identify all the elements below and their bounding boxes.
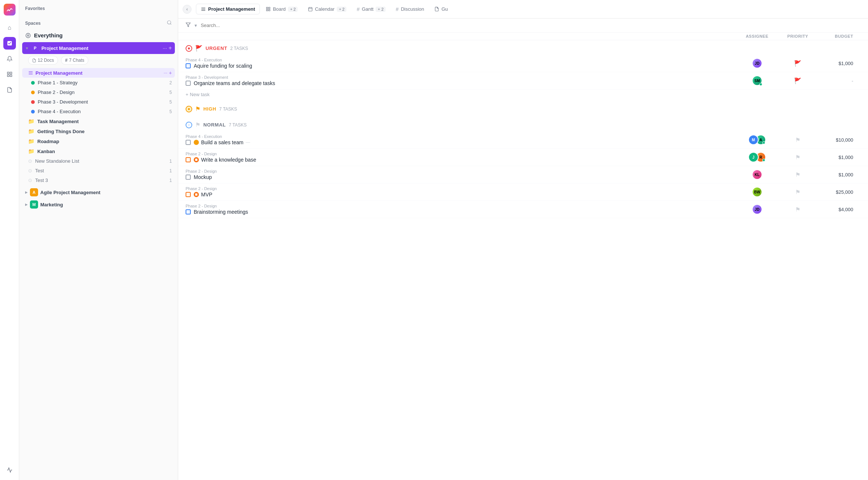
task-phase-mockup: Phase 2 - Design [186, 169, 735, 173]
kanban-folder[interactable]: 📁 Kanban [22, 146, 175, 156]
table-row[interactable]: Phase 3 - Development Organize teams and… [178, 72, 868, 89]
marketing-space[interactable]: ▶ M Marketing [22, 199, 175, 210]
home-nav-icon[interactable]: ⌂ [3, 21, 16, 34]
table-row[interactable]: Phase 4 - Execution Aquire funding for s… [178, 55, 868, 72]
agile-letter: A [33, 190, 35, 195]
tab-board[interactable]: Board 2 [261, 4, 302, 14]
standalone-list-3[interactable]: ⊙ Test 3 1 [22, 176, 175, 185]
normal-group: ⚑ NORMAL 7 TASKS Phase 4 - Execution Bui… [178, 117, 868, 218]
app-logo[interactable] [4, 4, 16, 16]
pm-add-icon[interactable]: + [169, 45, 172, 51]
high-flag-icon: ⚑ [195, 105, 200, 112]
folder-icon-1: 📁 [28, 118, 34, 124]
tab-list[interactable]: Project Management [196, 4, 260, 14]
new-task-plus: + [186, 92, 189, 97]
search-input[interactable] [201, 23, 861, 28]
roadmap-folder[interactable]: 📁 Roadmap [22, 136, 175, 146]
urgent-title: URGENT [206, 45, 227, 51]
high-group-header[interactable]: ⚑ HIGH 7 TASKS [178, 101, 868, 115]
agile-space[interactable]: ▶ A Agile Project Management [22, 186, 175, 198]
spaces-label: Spaces [25, 21, 41, 26]
task-phase-aquire: Phase 4 - Execution [186, 58, 735, 62]
urgent-collapse-icon[interactable] [186, 45, 192, 52]
phase3-name: Phase 3 - Development [38, 99, 166, 105]
high-collapse-icon[interactable] [186, 106, 192, 112]
urgent-group-header[interactable]: 🚩 URGENT 2 TASKS [178, 40, 868, 55]
collapse-sidebar-button[interactable]: ‹ [183, 5, 191, 14]
project-management-list[interactable]: Project Management ··· + [22, 68, 175, 78]
everything-label: Everything [34, 32, 63, 38]
agile-collapse[interactable]: ▶ [25, 190, 28, 194]
task-checkbox-sales[interactable] [186, 140, 191, 145]
chats-hash-icon: # [65, 58, 68, 63]
phase1-list-item[interactable]: Phase 1 - Strategy 2 [22, 78, 175, 87]
svg-rect-1 [7, 72, 9, 74]
standalone-icon-1: ⊙ [28, 158, 32, 164]
pm-list-add[interactable]: + [169, 70, 172, 76]
phase1-name: Phase 1 - Strategy [38, 80, 166, 85]
task-checkbox-mockup[interactable] [186, 175, 191, 180]
everything-item[interactable]: Everything [22, 30, 175, 41]
table-row[interactable]: Phase 2 - Design Write a knowledge base [178, 149, 868, 166]
svg-rect-12 [309, 7, 312, 11]
assignee-aquire: JD [735, 58, 779, 68]
normal-group-header[interactable]: ⚑ NORMAL 7 TASKS [178, 117, 868, 131]
getting-things-done-folder[interactable]: 📁 Getting Things Done [22, 126, 175, 136]
avatar-stack-sales: M A [748, 135, 766, 145]
phase2-name: Phase 2 - Design [38, 89, 166, 95]
task-checkbox-mvp[interactable] [186, 192, 191, 197]
spaces-search-icon[interactable] [167, 20, 172, 26]
tasks-nav-icon[interactable] [3, 37, 16, 50]
standalone-count-1: 1 [169, 159, 172, 164]
phase3-dot [31, 100, 35, 104]
tab-discussion[interactable]: # Discussion [391, 4, 429, 14]
task-checkbox-kb[interactable] [186, 157, 191, 162]
phase4-list-item[interactable]: Phase 4 - Execution 5 [22, 107, 175, 116]
chats-pill[interactable]: # 7 Chats [61, 56, 88, 65]
filter-dropdown-arrow[interactable]: ▼ [194, 23, 198, 28]
table-row[interactable]: Phase 2 - Design Brainstorming meetings … [178, 201, 868, 218]
standalone-list-2[interactable]: ⊙ Test 1 [22, 166, 175, 175]
marketing-collapse[interactable]: ▶ [25, 203, 28, 206]
task-name-row-brainstorm: Brainstorming meetings [186, 209, 735, 215]
task-name-row-sales: Build a sales team — [186, 139, 735, 145]
normal-collapse-icon[interactable] [186, 122, 192, 128]
standalone-list-1[interactable]: ⊙ New Standalone List 1 [22, 156, 175, 166]
filter-bar: ▼ [178, 18, 868, 33]
docs-pill[interactable]: 12 Docs [28, 56, 58, 65]
filter-icon[interactable] [186, 22, 191, 28]
task-checkbox-brainstorm[interactable] [186, 209, 191, 214]
docs-nav-icon[interactable] [3, 84, 16, 96]
standalone-count-2: 1 [169, 168, 172, 173]
tab-gantt[interactable]: # Gantt 2 [352, 4, 390, 14]
avatar-m: M [748, 135, 759, 145]
favorites-section: Favorites [19, 0, 178, 14]
table-row[interactable]: Phase 2 - Design MVP BW [178, 183, 868, 201]
grid-nav-icon[interactable] [3, 68, 16, 81]
av-2nd-kb-initial: R [759, 155, 762, 159]
task-phase-organize: Phase 3 - Development [186, 75, 735, 80]
av-brainstorm-initial: JD [755, 207, 760, 212]
project-management-space[interactable]: ▼ P Project Management ··· + [22, 42, 175, 54]
table-row[interactable]: Phase 2 - Design Mockup KL ⚑ $1,000 [178, 166, 868, 183]
pulse-nav-icon[interactable] [3, 464, 16, 476]
pm-collapse-arrow[interactable]: ▼ [25, 46, 29, 50]
table-row[interactable]: Phase 4 - Execution Build a sales team — [178, 131, 868, 149]
pm-list-more[interactable]: ··· [164, 70, 167, 75]
svg-rect-9 [269, 7, 270, 9]
phase2-list-item[interactable]: Phase 2 - Design 5 [22, 88, 175, 97]
tab-gu[interactable]: Gu [430, 4, 452, 14]
task-checkbox-organize[interactable] [186, 81, 191, 86]
new-task-urgent[interactable]: + New task [178, 89, 868, 99]
col-assignee-header: ASSIGNEE [735, 34, 779, 38]
tab-calendar[interactable]: Calendar 2 [304, 4, 351, 14]
task-phase-brainstorm: Phase 2 - Design [186, 204, 735, 208]
online-indicator [759, 83, 762, 86]
task-checkbox-aquire[interactable] [186, 63, 191, 68]
budget-sales: $10,000 [816, 137, 861, 143]
notifications-nav-icon[interactable] [3, 53, 16, 65]
column-headers: ASSIGNEE PRIORITY BUDGET [178, 33, 868, 40]
pm-more-icon[interactable]: ··· [163, 45, 167, 51]
phase3-list-item[interactable]: Phase 3 - Development 5 [22, 97, 175, 107]
task-management-folder[interactable]: 📁 Task Management [22, 116, 175, 126]
